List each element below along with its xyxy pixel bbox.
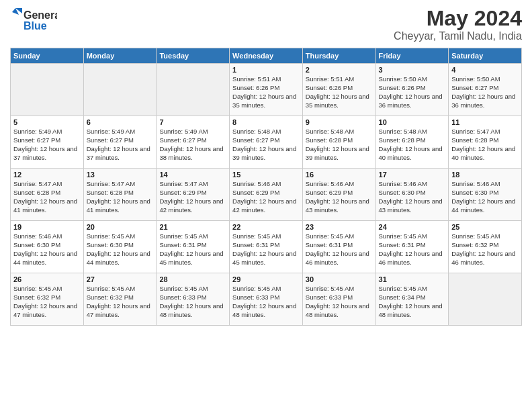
logo-icon: GeneralBlue bbox=[10, 7, 57, 34]
day-info: Sunrise: 5:45 AM Sunset: 6:31 PM Dayligh… bbox=[306, 232, 373, 267]
col-friday: Friday bbox=[375, 48, 449, 64]
day-info: Sunrise: 5:49 AM Sunset: 6:27 PM Dayligh… bbox=[13, 128, 81, 162]
table-row: 19Sunrise: 5:46 AM Sunset: 6:30 PM Dayli… bbox=[11, 221, 84, 273]
day-number: 26 bbox=[13, 275, 81, 283]
table-row: 8Sunrise: 5:48 AM Sunset: 6:27 PM Daylig… bbox=[230, 116, 303, 169]
day-number: 31 bbox=[379, 275, 446, 283]
col-monday: Monday bbox=[83, 48, 157, 64]
day-number: 28 bbox=[159, 275, 226, 283]
subtitle: Cheyyar, Tamil Nadu, India bbox=[394, 30, 522, 42]
day-info: Sunrise: 5:45 AM Sunset: 6:32 PM Dayligh… bbox=[451, 232, 519, 267]
day-info: Sunrise: 5:46 AM Sunset: 6:29 PM Dayligh… bbox=[232, 180, 300, 214]
calendar-table: Sunday Monday Tuesday Wednesday Thursday… bbox=[10, 48, 522, 326]
day-info: Sunrise: 5:45 AM Sunset: 6:34 PM Dayligh… bbox=[379, 285, 446, 319]
day-info: Sunrise: 5:45 AM Sunset: 6:31 PM Dayligh… bbox=[379, 232, 446, 267]
day-info: Sunrise: 5:46 AM Sunset: 6:30 PM Dayligh… bbox=[13, 232, 81, 267]
day-number: 4 bbox=[451, 66, 519, 74]
day-info: Sunrise: 5:45 AM Sunset: 6:33 PM Dayligh… bbox=[232, 285, 300, 319]
day-number: 24 bbox=[379, 223, 446, 231]
day-number: 11 bbox=[451, 118, 519, 126]
day-info: Sunrise: 5:45 AM Sunset: 6:30 PM Dayligh… bbox=[87, 232, 154, 267]
col-sunday: Sunday bbox=[11, 48, 84, 64]
day-number: 17 bbox=[379, 171, 446, 179]
table-row: 15Sunrise: 5:46 AM Sunset: 6:29 PM Dayli… bbox=[230, 169, 303, 221]
table-row: 14Sunrise: 5:47 AM Sunset: 6:29 PM Dayli… bbox=[157, 169, 230, 221]
day-info: Sunrise: 5:45 AM Sunset: 6:33 PM Dayligh… bbox=[159, 285, 226, 319]
header: GeneralBlue May 2024 Cheyyar, Tamil Nadu… bbox=[10, 7, 522, 42]
day-info: Sunrise: 5:48 AM Sunset: 6:28 PM Dayligh… bbox=[379, 128, 446, 162]
day-number: 20 bbox=[87, 223, 154, 231]
day-number: 25 bbox=[451, 223, 519, 231]
table-row: 4Sunrise: 5:50 AM Sunset: 6:27 PM Daylig… bbox=[449, 64, 522, 116]
table-row: 27Sunrise: 5:45 AM Sunset: 6:32 PM Dayli… bbox=[83, 273, 157, 326]
svg-text:Blue: Blue bbox=[24, 20, 47, 32]
day-info: Sunrise: 5:45 AM Sunset: 6:33 PM Dayligh… bbox=[306, 285, 373, 319]
day-info: Sunrise: 5:48 AM Sunset: 6:28 PM Dayligh… bbox=[306, 128, 373, 162]
table-row: 11Sunrise: 5:47 AM Sunset: 6:28 PM Dayli… bbox=[449, 116, 522, 169]
day-number: 21 bbox=[159, 223, 226, 231]
day-info: Sunrise: 5:46 AM Sunset: 6:30 PM Dayligh… bbox=[451, 180, 519, 214]
day-info: Sunrise: 5:46 AM Sunset: 6:29 PM Dayligh… bbox=[306, 180, 373, 214]
day-info: Sunrise: 5:47 AM Sunset: 6:28 PM Dayligh… bbox=[451, 128, 519, 162]
table-row bbox=[11, 64, 84, 116]
day-number: 10 bbox=[379, 118, 446, 126]
table-row: 20Sunrise: 5:45 AM Sunset: 6:30 PM Dayli… bbox=[83, 221, 157, 273]
table-row: 13Sunrise: 5:47 AM Sunset: 6:28 PM Dayli… bbox=[83, 169, 157, 221]
day-number: 8 bbox=[232, 118, 300, 126]
logo: GeneralBlue bbox=[10, 7, 57, 34]
table-row: 22Sunrise: 5:45 AM Sunset: 6:31 PM Dayli… bbox=[230, 221, 303, 273]
table-row: 29Sunrise: 5:45 AM Sunset: 6:33 PM Dayli… bbox=[230, 273, 303, 326]
day-number: 12 bbox=[13, 171, 81, 179]
day-info: Sunrise: 5:50 AM Sunset: 6:26 PM Dayligh… bbox=[379, 75, 446, 109]
day-number: 18 bbox=[451, 171, 519, 179]
table-row: 6Sunrise: 5:49 AM Sunset: 6:27 PM Daylig… bbox=[83, 116, 157, 169]
day-info: Sunrise: 5:51 AM Sunset: 6:26 PM Dayligh… bbox=[232, 75, 300, 109]
day-info: Sunrise: 5:45 AM Sunset: 6:31 PM Dayligh… bbox=[159, 232, 226, 267]
day-number: 5 bbox=[13, 118, 81, 126]
table-row: 26Sunrise: 5:45 AM Sunset: 6:32 PM Dayli… bbox=[11, 273, 84, 326]
table-row bbox=[157, 64, 230, 116]
main-title: May 2024 bbox=[394, 7, 522, 30]
day-number: 29 bbox=[232, 275, 300, 283]
title-block: May 2024 Cheyyar, Tamil Nadu, India bbox=[394, 7, 522, 42]
table-row: 31Sunrise: 5:45 AM Sunset: 6:34 PM Dayli… bbox=[375, 273, 449, 326]
day-info: Sunrise: 5:48 AM Sunset: 6:27 PM Dayligh… bbox=[232, 128, 300, 162]
day-number: 27 bbox=[87, 275, 154, 283]
table-row: 2Sunrise: 5:51 AM Sunset: 6:26 PM Daylig… bbox=[302, 64, 375, 116]
table-row: 23Sunrise: 5:45 AM Sunset: 6:31 PM Dayli… bbox=[302, 221, 375, 273]
day-number: 1 bbox=[232, 66, 300, 74]
table-row: 17Sunrise: 5:46 AM Sunset: 6:30 PM Dayli… bbox=[375, 169, 449, 221]
day-number: 22 bbox=[232, 223, 300, 231]
day-info: Sunrise: 5:45 AM Sunset: 6:32 PM Dayligh… bbox=[87, 285, 154, 319]
day-info: Sunrise: 5:49 AM Sunset: 6:27 PM Dayligh… bbox=[159, 128, 226, 162]
day-number: 2 bbox=[306, 66, 373, 74]
day-info: Sunrise: 5:46 AM Sunset: 6:30 PM Dayligh… bbox=[379, 180, 446, 214]
day-number: 3 bbox=[379, 66, 446, 74]
table-row bbox=[83, 64, 157, 116]
table-row: 28Sunrise: 5:45 AM Sunset: 6:33 PM Dayli… bbox=[157, 273, 230, 326]
svg-text:General: General bbox=[24, 9, 57, 21]
table-row: 3Sunrise: 5:50 AM Sunset: 6:26 PM Daylig… bbox=[375, 64, 449, 116]
day-number: 7 bbox=[159, 118, 226, 126]
day-info: Sunrise: 5:47 AM Sunset: 6:29 PM Dayligh… bbox=[159, 180, 226, 214]
table-row: 9Sunrise: 5:48 AM Sunset: 6:28 PM Daylig… bbox=[302, 116, 375, 169]
table-row: 24Sunrise: 5:45 AM Sunset: 6:31 PM Dayli… bbox=[375, 221, 449, 273]
table-row: 12Sunrise: 5:47 AM Sunset: 6:28 PM Dayli… bbox=[11, 169, 84, 221]
day-number: 15 bbox=[232, 171, 300, 179]
day-number: 13 bbox=[87, 171, 154, 179]
day-number: 30 bbox=[306, 275, 373, 283]
day-info: Sunrise: 5:47 AM Sunset: 6:28 PM Dayligh… bbox=[87, 180, 154, 214]
day-info: Sunrise: 5:45 AM Sunset: 6:32 PM Dayligh… bbox=[13, 285, 81, 319]
table-row bbox=[449, 273, 522, 326]
col-saturday: Saturday bbox=[449, 48, 522, 64]
table-row: 18Sunrise: 5:46 AM Sunset: 6:30 PM Dayli… bbox=[449, 169, 522, 221]
table-row: 21Sunrise: 5:45 AM Sunset: 6:31 PM Dayli… bbox=[157, 221, 230, 273]
day-number: 9 bbox=[306, 118, 373, 126]
col-tuesday: Tuesday bbox=[157, 48, 230, 64]
col-wednesday: Wednesday bbox=[230, 48, 303, 64]
table-row: 16Sunrise: 5:46 AM Sunset: 6:29 PM Dayli… bbox=[302, 169, 375, 221]
table-row: 10Sunrise: 5:48 AM Sunset: 6:28 PM Dayli… bbox=[375, 116, 449, 169]
day-info: Sunrise: 5:47 AM Sunset: 6:28 PM Dayligh… bbox=[13, 180, 81, 214]
table-row: 25Sunrise: 5:45 AM Sunset: 6:32 PM Dayli… bbox=[449, 221, 522, 273]
day-number: 14 bbox=[159, 171, 226, 179]
